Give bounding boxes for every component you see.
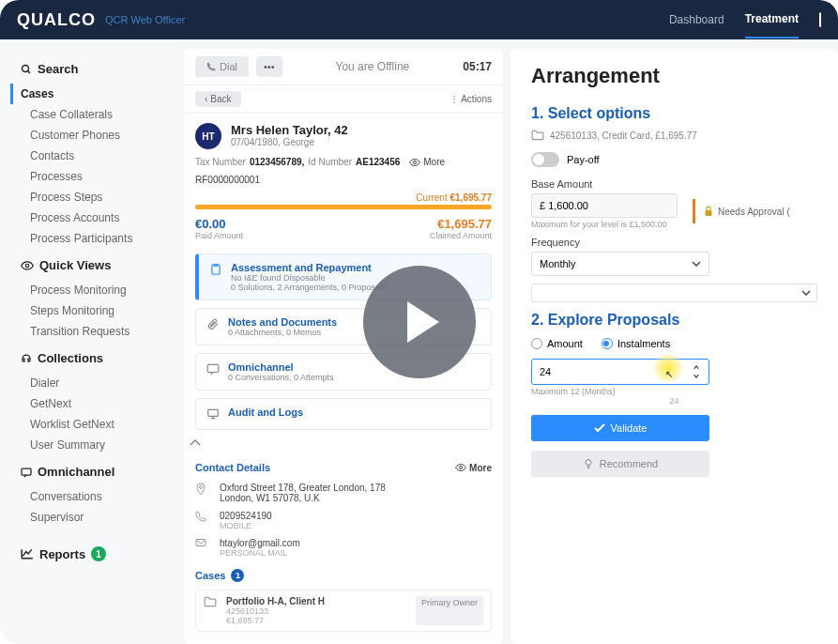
base-amount-input[interactable]	[531, 193, 678, 218]
cursor-icon: ↖	[665, 369, 673, 379]
clipboard-icon	[208, 262, 223, 277]
customer-name: Mrs Helen Taylor, 42	[231, 123, 348, 137]
instalments-input[interactable]: 24 ↖	[531, 359, 709, 385]
chat-icon	[206, 361, 221, 376]
radio-instalments[interactable]: Instalments	[602, 338, 670, 349]
case-amount: €1,695.77	[226, 616, 325, 625]
sidebar-item-contacts[interactable]: Contacts	[21, 146, 169, 166]
video-play-overlay[interactable]	[363, 266, 476, 378]
customer-dob: 07/04/1980, George	[231, 137, 348, 147]
paid-amount: €0.00	[195, 217, 243, 231]
search-head: Search	[21, 62, 169, 76]
stepper-icon[interactable]	[692, 365, 701, 378]
svg-rect-11	[706, 210, 712, 216]
phone-icon	[206, 62, 216, 71]
sidebar-item-dialer[interactable]: Dialer	[21, 373, 169, 393]
paperclip-icon	[206, 316, 221, 331]
headset-icon	[21, 353, 32, 364]
radio-amount[interactable]: Amount	[531, 338, 583, 349]
eye-icon	[21, 261, 34, 270]
address-line2: London, W1 57078, U.K	[220, 493, 386, 503]
eye-icon	[455, 464, 466, 471]
messages-icon[interactable]	[819, 13, 821, 26]
id-label: Id Number	[308, 157, 352, 167]
panel-title: Arrangement	[531, 64, 817, 88]
nav-treatment[interactable]: Treatment	[745, 12, 799, 38]
chevron-down-icon	[692, 261, 701, 267]
sidebar-item-cases[interactable]: Cases	[10, 84, 169, 104]
sidebar-item-supervisor[interactable]: Supervisor	[21, 507, 169, 528]
chat-icon	[21, 467, 32, 478]
more-menu-button[interactable]: •••	[256, 56, 282, 77]
play-icon	[407, 301, 439, 343]
svg-point-8	[460, 467, 463, 469]
case-row[interactable]: Portfolio H-A, Client H 425610133 €1,695…	[195, 590, 492, 632]
email-address: htaylor@gmail.com	[220, 538, 300, 548]
clock: 05:17	[463, 60, 492, 73]
status-offline: You are Offline	[290, 60, 456, 73]
location-icon	[195, 483, 210, 496]
nav-dashboard[interactable]: Dashboard	[669, 13, 724, 38]
bulb-icon	[583, 458, 594, 469]
actions-menu[interactable]: ⋮ Actions	[449, 94, 492, 104]
step1-title: 1. Select options	[531, 105, 817, 122]
section-audit[interactable]: Audit and Logs	[195, 398, 492, 430]
phone-number: 0209524190	[220, 511, 272, 521]
reference-number: RF0000000001	[184, 171, 503, 192]
case-role-tag: Primary Owner	[416, 596, 483, 625]
dial-button[interactable]: Dial	[195, 56, 249, 77]
svg-point-9	[200, 486, 203, 489]
sidebar-item-transition-requests[interactable]: Transition Requests	[21, 321, 169, 342]
sidebar-item-processes[interactable]: Processes	[21, 166, 169, 187]
contact-details-head: Contact Details	[195, 462, 270, 473]
recommend-button[interactable]: Recommend	[531, 451, 709, 477]
sidebar-item-user-summary[interactable]: User Summary	[21, 435, 169, 455]
top-nav: Dashboard Treatment	[669, 12, 821, 27]
collections-head: Collections	[21, 351, 169, 365]
more-button[interactable]: More	[409, 157, 445, 167]
id-value: AE123456	[356, 157, 400, 167]
sidebar-item-phones[interactable]: Customer Phones	[21, 125, 169, 146]
sidebar-item-process-accounts[interactable]: Process Accounts	[21, 207, 169, 228]
svg-line-1	[28, 70, 31, 73]
omnichannel-head: Omnichannel	[21, 465, 169, 479]
lock-icon	[703, 205, 714, 218]
balance-progress	[195, 205, 492, 209]
chevron-up-icon	[190, 439, 201, 447]
sidebar-item-process-steps[interactable]: Process Steps	[21, 187, 169, 207]
reports-link[interactable]: Reports 1	[21, 546, 169, 561]
contact-more-button[interactable]: More	[455, 462, 492, 473]
collapse-toggle[interactable]	[184, 434, 503, 452]
top-bar: QUALCO QCR Web Officer Dashboard Treatme…	[0, 0, 838, 39]
chevron-down-icon	[801, 290, 811, 296]
sidebar-item-conversations[interactable]: Conversations	[21, 486, 169, 507]
sidebar-item-steps-monitoring[interactable]: Steps Monitoring	[21, 300, 169, 321]
svg-rect-7	[208, 409, 219, 416]
svg-point-2	[25, 264, 29, 268]
address-line1: Oxford Street 178, Greater London, 178	[220, 483, 386, 493]
base-amount-label: Base Amount	[531, 178, 817, 190]
monitor-icon	[206, 406, 221, 422]
payoff-label: Pay-off	[567, 154, 600, 165]
sidebar-item-process-participants[interactable]: Process Participants	[21, 228, 169, 249]
step2-title: 2. Explore Proposals	[531, 312, 817, 329]
back-button[interactable]: ‹ Back	[195, 91, 241, 107]
sidebar-item-worklist-getnext[interactable]: Worklist GetNext	[21, 414, 169, 435]
sidebar-item-getnext[interactable]: GetNext	[21, 393, 169, 414]
tax-label: Tax Number	[195, 157, 246, 167]
folder-icon	[531, 130, 544, 141]
payoff-toggle[interactable]	[531, 152, 559, 167]
frequency-select[interactable]: Monthly	[531, 252, 709, 276]
brand-logo: QUALCO	[17, 10, 96, 30]
search-icon	[21, 64, 32, 75]
cases-count-badge: 1	[231, 569, 244, 582]
claimed-amount: €1,695.77	[430, 217, 492, 231]
validate-button[interactable]: Validate	[531, 415, 709, 441]
svg-rect-3	[22, 468, 31, 475]
check-icon	[594, 423, 605, 433]
sidebar-item-collaterals[interactable]: Case Collaterals	[21, 104, 169, 125]
sidebar: Search Cases Case Collaterals Customer P…	[0, 39, 178, 644]
sidebar-item-process-monitoring[interactable]: Process Monitoring	[21, 280, 169, 300]
expand-section[interactable]	[531, 284, 817, 302]
approval-badge: Needs Approval (	[693, 199, 798, 223]
